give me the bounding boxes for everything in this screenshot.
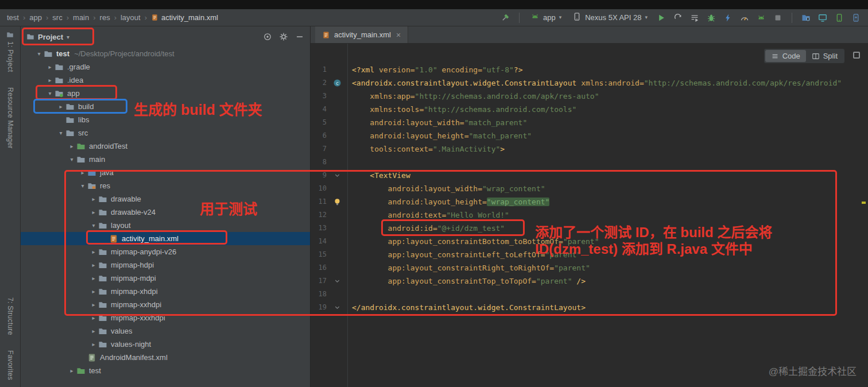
layout-inspector-icon[interactable]: [817, 13, 828, 23]
code-line-3[interactable]: 3 xmlns:app="http://schemas.android.com/…: [311, 90, 868, 103]
code-line-7[interactable]: 7 tools:context=".MainActivity">: [311, 142, 868, 156]
intention-bulb-icon[interactable]: [327, 195, 347, 208]
chevron-expanded-icon[interactable]: ▾: [56, 130, 65, 136]
breadcrumb-item-src[interactable]: src: [52, 13, 62, 22]
tool-window-project[interactable]: 1: Project: [6, 31, 14, 72]
project-view-selector[interactable]: Project: [38, 33, 63, 41]
tree-item-mipmap-mdpi[interactable]: ▸mipmap-mdpi: [21, 272, 310, 285]
breadcrumb-item-app[interactable]: app: [29, 13, 42, 22]
stop-icon[interactable]: [773, 13, 783, 23]
apply-code-changes-icon[interactable]: [756, 13, 766, 23]
avd-manager-icon[interactable]: [834, 13, 844, 23]
tree-item-layout[interactable]: ▾layout: [21, 219, 310, 232]
tree-item-mipmap-hdpi[interactable]: ▸mipmap-hdpi: [21, 258, 310, 272]
chevron-expanded-icon[interactable]: ▾: [67, 157, 76, 162]
breadcrumb-item-layout[interactable]: layout: [121, 13, 141, 22]
chevron-collapsed-icon[interactable]: ▸: [89, 302, 98, 308]
tree-item-build[interactable]: ▸build: [21, 100, 310, 113]
tree-item-androidmanifest-xml[interactable]: AndroidManifest.xml: [21, 351, 310, 364]
settings-gear-icon[interactable]: [279, 32, 288, 41]
fold-marker-icon[interactable]: [327, 301, 347, 314]
tree-item-test[interactable]: ▸test: [21, 364, 310, 377]
apply-changes-icon[interactable]: [673, 13, 683, 23]
tree-item-activity-main-xml[interactable]: activity_main.xml: [21, 232, 310, 245]
tree-item-values-night[interactable]: ▸values-night: [21, 338, 310, 351]
tree-item-values[interactable]: ▸values: [21, 324, 310, 338]
code-line-12[interactable]: 12 android:text="Hello World!": [311, 208, 868, 222]
code-line-4[interactable]: 4 xmlns:tools="http://schemas.android.co…: [311, 103, 868, 116]
tree-item-app[interactable]: ▾app: [21, 87, 310, 100]
fold-marker-icon[interactable]: [327, 274, 347, 288]
chevron-expanded-icon[interactable]: ▾: [45, 91, 55, 96]
tree-item-test[interactable]: ▾test~/Desktop/Project/android/test: [21, 47, 310, 60]
code-line-14[interactable]: 14 app:layout_constraintBottom_toBottomO…: [311, 235, 868, 248]
split-view-button[interactable]: Split: [806, 50, 843, 62]
tree-item-java[interactable]: ▸java: [21, 166, 310, 179]
breadcrumb-item-main[interactable]: main: [73, 13, 89, 22]
code-line-9[interactable]: 9 <TextView: [311, 169, 868, 182]
code-line-10[interactable]: 10 android:layout_width="wrap_content": [311, 182, 868, 195]
profile-icon[interactable]: [739, 13, 750, 23]
tool-window-resource-manager[interactable]: Resource Manager: [6, 87, 14, 149]
device-selector[interactable]: Nexus 5X API 28 ▾: [570, 11, 650, 24]
tool-window-favorites[interactable]: Favorites: [6, 350, 14, 380]
run-with-coverage-icon[interactable]: [689, 13, 700, 23]
breadcrumb-item-test[interactable]: test: [7, 13, 19, 22]
tree-item-mipmap-xhdpi[interactable]: ▸mipmap-xhdpi: [21, 285, 310, 298]
chevron-collapsed-icon[interactable]: ▸: [89, 342, 98, 347]
debug-icon[interactable]: [706, 13, 716, 23]
code-view-button[interactable]: Code: [765, 50, 806, 62]
code-line-11[interactable]: 11 android:layout_height="wrap_content": [311, 195, 868, 208]
tree-item-libs[interactable]: libs: [21, 113, 310, 126]
class-gutter-icon[interactable]: c: [327, 76, 347, 90]
chevron-expanded-icon[interactable]: ▾: [34, 51, 44, 57]
locate-file-icon[interactable]: [263, 32, 272, 41]
code-line-19[interactable]: 19</androidx.constraintlayout.widget.Con…: [311, 301, 868, 314]
chevron-collapsed-icon[interactable]: ▸: [67, 144, 76, 149]
run-config-selector[interactable]: app ▾: [528, 11, 564, 24]
chevron-collapsed-icon[interactable]: ▸: [89, 262, 98, 268]
chevron-collapsed-icon[interactable]: ▸: [45, 64, 55, 70]
tree-item-mipmap-xxhdpi[interactable]: ▸mipmap-xxhdpi: [21, 298, 310, 311]
tree-item-drawable[interactable]: ▸drawable: [21, 192, 310, 206]
code-line-1[interactable]: 1<?xml version="1.0" encoding="utf-8"?>: [311, 63, 868, 76]
tree-item-drawable-v24[interactable]: ▸drawable-v24: [21, 206, 310, 219]
tree-item-main[interactable]: ▾main: [21, 153, 310, 166]
chevron-expanded-icon[interactable]: ▾: [89, 223, 98, 229]
close-tab-icon[interactable]: ×: [396, 30, 401, 40]
inspections-widget[interactable]: [853, 52, 860, 59]
chevron-collapsed-icon[interactable]: ▸: [89, 249, 98, 255]
code-line-8[interactable]: 8: [311, 156, 868, 169]
breadcrumb-item-res[interactable]: res: [100, 13, 110, 22]
code-line-17[interactable]: 17 app:layout_constraintTop_toTopOf="par…: [311, 274, 868, 288]
code-line-16[interactable]: 16 app:layout_constraintRight_toRightOf=…: [311, 261, 868, 274]
tab-activity-main-xml[interactable]: activity_main.xml ×: [315, 26, 408, 43]
tool-window-structure[interactable]: 7: Structure: [6, 297, 14, 335]
hide-panel-icon[interactable]: [295, 32, 304, 41]
warning-stripe-mark[interactable]: [862, 202, 866, 204]
run-icon[interactable]: [656, 13, 666, 23]
chevron-collapsed-icon[interactable]: ▸: [89, 210, 98, 215]
fold-marker-icon[interactable]: [327, 169, 347, 182]
chevron-collapsed-icon[interactable]: ▸: [89, 328, 98, 334]
code-editor[interactable]: 1<?xml version="1.0" encoding="utf-8"?>2…: [311, 44, 868, 387]
code-line-15[interactable]: 15 app:layout_constraintLeft_toLeftOf="p…: [311, 248, 868, 261]
code-line-2[interactable]: 2c<androidx.constraintlayout.widget.Cons…: [311, 76, 868, 90]
tree-item-androidtest[interactable]: ▸androidTest: [21, 140, 310, 153]
device-file-explorer-icon[interactable]: [801, 13, 811, 23]
chevron-collapsed-icon[interactable]: ▸: [56, 104, 65, 110]
chevron-collapsed-icon[interactable]: ▸: [89, 196, 98, 202]
chevron-collapsed-icon[interactable]: ▸: [78, 170, 87, 176]
code-line-6[interactable]: 6 android:layout_height="match_parent": [311, 129, 868, 142]
tree-item-mipmap-anydpi-v26[interactable]: ▸mipmap-anydpi-v26: [21, 245, 310, 258]
code-line-13[interactable]: 13 android:id="@+id/dzm_test": [311, 222, 868, 235]
tree-item-res[interactable]: ▾res: [21, 179, 310, 192]
code-line-18[interactable]: 18: [311, 288, 868, 301]
tree-item-src[interactable]: ▾src: [21, 126, 310, 140]
chevron-expanded-icon[interactable]: ▾: [78, 183, 87, 189]
chevron-collapsed-icon[interactable]: ▸: [67, 368, 76, 374]
chevron-collapsed-icon[interactable]: ▸: [89, 289, 98, 295]
sdk-manager-icon[interactable]: [851, 13, 861, 23]
attach-debugger-icon[interactable]: [723, 13, 733, 23]
chevron-down-icon[interactable]: ▾: [67, 34, 69, 40]
